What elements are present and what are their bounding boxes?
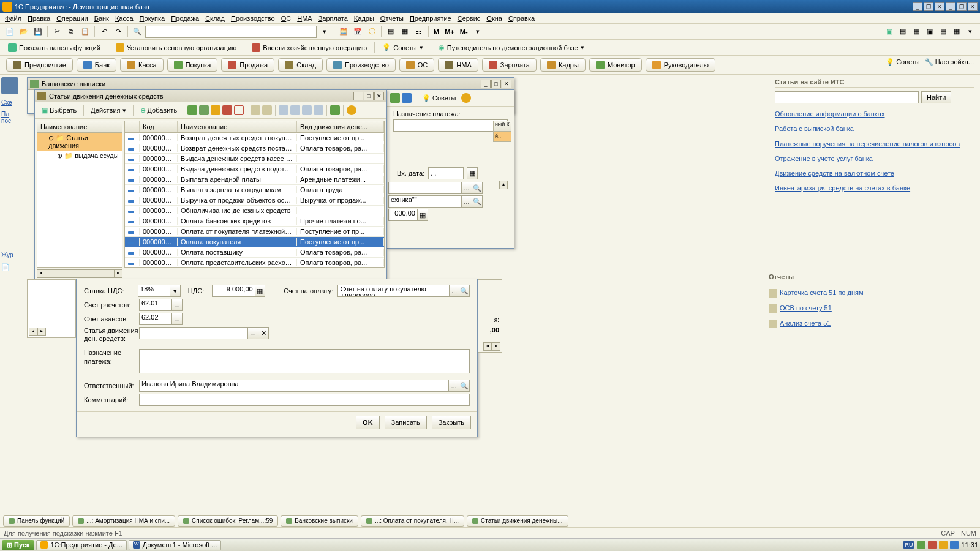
filter-icon[interactable]: [279, 105, 288, 115]
section-tab[interactable]: Производство: [326, 58, 396, 72]
table-row[interactable]: 000000008Выплата арендной платыАрендные …: [125, 174, 384, 185]
enter-operation-button[interactable]: Ввести хозяйственную операцию: [247, 41, 371, 54]
section-tab[interactable]: НМА: [438, 58, 478, 72]
rt-icon-4[interactable]: ▣: [924, 26, 936, 38]
paste-icon[interactable]: 📋: [79, 26, 91, 38]
ok-button[interactable]: OK: [356, 416, 380, 429]
amount-field[interactable]: 000,00: [388, 209, 418, 221]
acc-adv-field[interactable]: 62.02: [139, 313, 172, 325]
section-tab[interactable]: Покупка: [167, 58, 218, 72]
tips-button[interactable]: 💡 Советы ▾: [378, 41, 427, 54]
mdi-tab[interactable]: Список ошибок: Реглам...:59: [178, 515, 278, 527]
rt-chevron-icon[interactable]: ▾: [964, 26, 976, 38]
delete-icon[interactable]: [222, 105, 232, 115]
scroll-left-icon[interactable]: ◂: [37, 269, 45, 278]
memory-mplus[interactable]: M+: [443, 28, 456, 36]
search-icon[interactable]: 🔍: [459, 380, 470, 392]
mdi-tab[interactable]: Статьи движения денежны...: [467, 515, 568, 527]
table-row[interactable]: 000000024Оплата от покупателя платежной …: [125, 227, 384, 237]
filter2-icon[interactable]: [290, 105, 300, 115]
ellipsis-button[interactable]: ...: [172, 299, 183, 311]
table-row[interactable]: 000000016Выдача денежных средств кассе К…: [125, 154, 384, 164]
ellipsis-button[interactable]: ...: [448, 380, 459, 392]
its-search-input[interactable]: [775, 91, 919, 103]
minimize-button[interactable]: _: [481, 80, 491, 88]
mdi-tab[interactable]: ...: Оплата от покупателя. Н...: [361, 515, 464, 527]
left-link-3[interactable]: Жур: [1, 252, 23, 258]
table-row[interactable]: 000000015Оплата покупателяПоступление от…: [125, 237, 384, 247]
close-button[interactable]: ✕: [935, 2, 944, 11]
copy-icon[interactable]: [199, 105, 209, 115]
taskbar-app-word[interactable]: WДокумент1 - Microsoft ...: [129, 540, 222, 550]
rt-icon-3[interactable]: ▦: [910, 26, 922, 38]
tree-root[interactable]: ⊖ 📁 Статьи движения: [37, 133, 122, 151]
menu-item[interactable]: Банк: [94, 15, 109, 22]
maximize-button[interactable]: □: [364, 92, 374, 100]
write-button[interactable]: Записать: [385, 416, 427, 429]
close-button[interactable]: ✕: [502, 80, 511, 88]
add-button[interactable]: ⊕Добавить: [137, 104, 181, 116]
its-link[interactable]: Платежные поручения на перечисление нало…: [775, 140, 974, 148]
mdi-tab[interactable]: Панель функций: [3, 515, 70, 527]
menu-item[interactable]: Склад: [205, 15, 225, 22]
menu-item[interactable]: НМА: [297, 15, 312, 22]
demo-guide-button[interactable]: ◉ Путеводитель по демонстрационной базе …: [434, 41, 589, 54]
report-link[interactable]: ОСВ по счету 51: [769, 304, 968, 313]
report-link[interactable]: Анализ счета 51: [769, 319, 968, 328]
help-icon[interactable]: [347, 105, 356, 115]
minimize-button[interactable]: _: [913, 2, 922, 11]
tray-icon[interactable]: [950, 541, 959, 549]
chevron-down-icon[interactable]: ▾: [472, 26, 484, 38]
table-row[interactable]: 000000031Оплата поставщикуОплата товаров…: [125, 247, 384, 258]
calc-icon[interactable]: ▦: [417, 209, 428, 221]
ellipsis-button[interactable]: ...: [461, 182, 472, 194]
taskbar-app-1c[interactable]: 1С:Предприятие - Де...: [36, 540, 126, 550]
tips-button[interactable]: 💡Советы: [418, 92, 459, 104]
copy-icon[interactable]: ⧉: [65, 26, 77, 38]
dropdown-arrow-icon[interactable]: ▾: [318, 26, 331, 38]
cut-icon[interactable]: ✂: [51, 26, 63, 38]
its-find-button[interactable]: Найти: [921, 91, 951, 103]
its-link[interactable]: Движение средств на валютном счете: [775, 169, 974, 178]
its-link[interactable]: Обновление информации о банках: [775, 110, 974, 118]
bank-field[interactable]: [388, 182, 462, 194]
purpose-field[interactable]: [139, 349, 470, 373]
mdi-tab[interactable]: Банковские выписки: [281, 515, 358, 527]
menu-item[interactable]: Операции: [56, 15, 88, 22]
save-icon[interactable]: 💾: [32, 26, 44, 38]
search-icon[interactable]: 🔍: [472, 195, 483, 208]
show-func-panel-button[interactable]: Показать панель функций: [4, 41, 105, 54]
nds-field[interactable]: 9 000,00: [212, 285, 255, 297]
calc-icon[interactable]: ▦: [255, 285, 266, 297]
ellipsis-button[interactable]: ...: [449, 285, 460, 297]
section-tab[interactable]: Предприятие: [6, 58, 73, 72]
menu-item[interactable]: Правка: [28, 15, 50, 22]
acc-calc-field[interactable]: 62.01: [139, 299, 172, 311]
list-icon[interactable]: [402, 93, 412, 103]
section-tab[interactable]: Склад: [278, 58, 323, 72]
new-icon[interactable]: 📄: [4, 26, 16, 38]
menu-item[interactable]: Отчеты: [380, 15, 404, 22]
section-tab[interactable]: Кадры: [540, 58, 586, 72]
responsible-field[interactable]: Иванова Ирина Владимировна: [139, 380, 449, 392]
table-row[interactable]: 000000026Оплата банковских кредитовПрочи…: [125, 216, 384, 227]
col-name[interactable]: Наименование: [178, 121, 297, 132]
menu-item[interactable]: Сервис: [458, 15, 481, 22]
nds-rate-field[interactable]: 18%: [138, 285, 170, 297]
inner-minimize-button[interactable]: _: [946, 2, 956, 11]
left-link-1[interactable]: Схе: [1, 99, 23, 106]
its-link[interactable]: Работа с выпиской банка: [775, 124, 974, 133]
invoice-field[interactable]: Счет на оплату покупателю ТДК000000: [337, 285, 449, 297]
scroll-left-icon[interactable]: ◂: [483, 342, 492, 351]
filter3-icon[interactable]: [302, 105, 312, 115]
undo-icon[interactable]: ↶: [98, 26, 110, 38]
table-row[interactable]: 000000022Обналичивание денежных средств: [125, 206, 384, 216]
inner-restore-button[interactable]: ❐: [957, 2, 967, 11]
table-row[interactable]: 000000009Выплата зарплаты сотрудникамОпл…: [125, 185, 384, 195]
comment-field[interactable]: [139, 394, 470, 406]
mark-icon[interactable]: [234, 105, 244, 115]
settings-link[interactable]: 🔧 Настройка...: [925, 58, 974, 72]
tree-child[interactable]: ⊕ 📁 выдача ссуды: [37, 151, 122, 161]
section-tab[interactable]: Продажа: [221, 58, 274, 72]
table-row[interactable]: 000000010Возврат денежных средств покупа…: [125, 133, 384, 143]
